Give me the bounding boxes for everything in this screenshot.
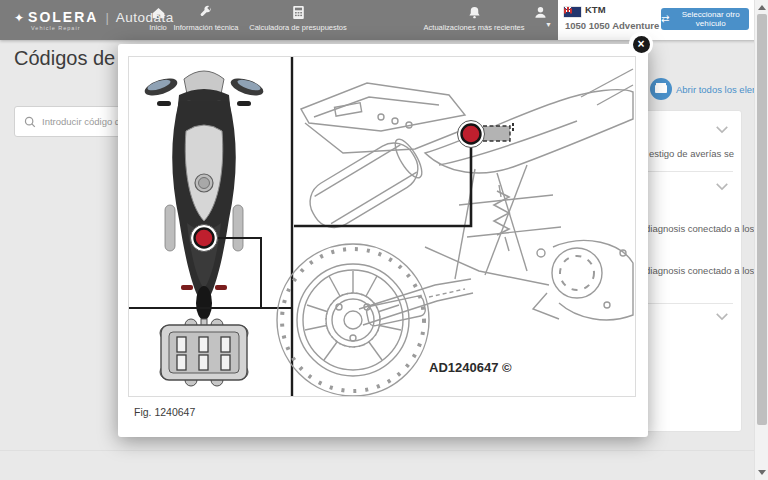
bell-icon bbox=[467, 5, 482, 20]
select-vehicle-button[interactable]: ⇄ Seleccionar otro vehículo bbox=[661, 8, 749, 30]
calculator-icon bbox=[292, 5, 305, 20]
content-bottom-divider bbox=[0, 450, 754, 451]
page-scrollbar bbox=[754, 0, 768, 480]
chevron-down-icon[interactable] bbox=[715, 125, 729, 134]
brand-separator: | bbox=[105, 10, 108, 25]
brand-solera: SOLERA bbox=[28, 9, 98, 25]
search-icon bbox=[24, 116, 36, 128]
figure-panel: AD1240647 © bbox=[128, 56, 636, 397]
figure-caption: Fig. 1240647 bbox=[134, 406, 195, 418]
user-menu-caret-icon[interactable]: ▼ bbox=[545, 21, 552, 28]
scrollbar-thumb[interactable] bbox=[757, 14, 767, 425]
connector-location-marker-left bbox=[191, 225, 218, 252]
chevron-down-icon[interactable] bbox=[715, 312, 729, 321]
motorcycle-rear-view bbox=[143, 71, 266, 320]
nav-label-informacion: Información técnica bbox=[173, 23, 238, 32]
vehicle-bar: KTM 1050 1050 Adventure ⇄ Seleccionar ot… bbox=[558, 0, 754, 40]
accordion-text-fragment: diagnosis conectado a los bbox=[645, 223, 754, 234]
motorcycle-side-line-art bbox=[277, 69, 633, 396]
diagnostic-connector-illustration bbox=[160, 319, 248, 386]
accordion-text-fragment: estigo de averías se bbox=[649, 148, 734, 159]
right-callout-line bbox=[294, 147, 471, 226]
solera-star-icon: ✦ bbox=[14, 11, 24, 25]
connector-location-marker-right bbox=[458, 121, 485, 148]
print-icon bbox=[650, 78, 672, 100]
accordion-text-fragment: diagnosis conectado a los bbox=[645, 265, 754, 276]
user-icon bbox=[533, 5, 548, 20]
user-menu[interactable] bbox=[527, 5, 553, 20]
connector-symbol bbox=[483, 123, 513, 141]
wrench-icon bbox=[198, 5, 214, 20]
figure-diagram-svg: AD1240647 © bbox=[129, 57, 635, 396]
scroll-up-arrow-icon[interactable] bbox=[758, 5, 766, 10]
select-vehicle-label: Seleccionar otro vehículo bbox=[672, 10, 749, 28]
vehicle-model: 1050 1050 Adventure bbox=[565, 20, 659, 31]
nav-label-actualizaciones: Actualizaciones más recientes bbox=[424, 23, 525, 32]
nav-item-calculadora[interactable]: Calculadora de presupuestos bbox=[243, 5, 353, 32]
image-credit: AD1240647 © bbox=[429, 360, 512, 375]
scroll-down-arrow-icon[interactable] bbox=[758, 470, 766, 475]
nav-item-informacion-tecnica[interactable]: Información técnica bbox=[160, 5, 252, 32]
nav-item-actualizaciones[interactable]: Actualizaciones más recientes bbox=[418, 5, 530, 32]
figure-modal: × bbox=[118, 44, 648, 437]
australia-flag-icon bbox=[564, 7, 581, 17]
chevron-down-icon[interactable] bbox=[715, 182, 729, 191]
close-button[interactable]: × bbox=[629, 32, 653, 56]
swap-icon: ⇄ bbox=[661, 14, 669, 24]
vehicle-make: KTM bbox=[585, 4, 606, 15]
close-icon: × bbox=[633, 36, 650, 53]
nav-label-calculadora: Calculadora de presupuestos bbox=[249, 23, 347, 32]
brand-tagline: Vehicle Repair bbox=[31, 25, 80, 31]
